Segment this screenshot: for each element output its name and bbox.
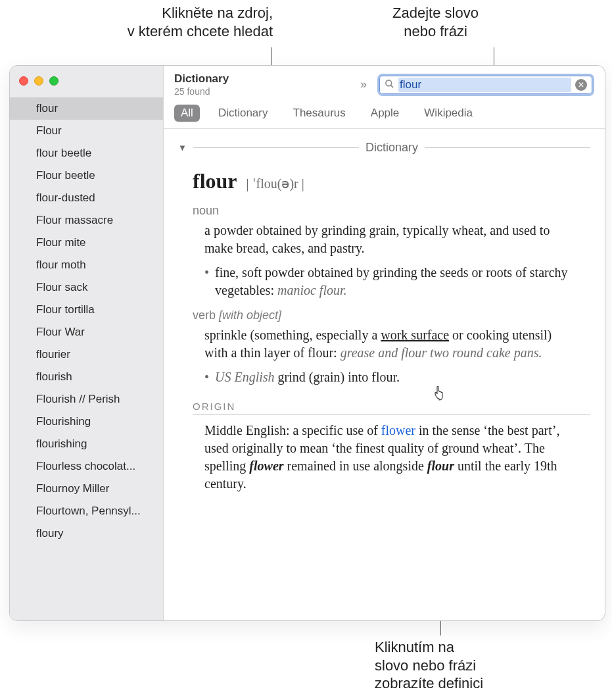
callout-source-l2: v kterém chcete hledat [128, 23, 273, 39]
sidebar-item[interactable]: Flour mite [10, 232, 163, 254]
subdefinition-noun: fine, soft powder obtained by grinding t… [204, 264, 573, 299]
tab-wikipedia[interactable]: Wikipedia [417, 105, 479, 122]
sidebar: flour Flour flour beetle Flour beetle fl… [10, 66, 164, 620]
callout-define-l2: slovo nebo frázi [375, 657, 476, 674]
tab-apple[interactable]: Apple [364, 105, 406, 122]
sidebar-item[interactable]: flourier [10, 343, 163, 366]
sidebar-item[interactable]: flour moth [10, 254, 163, 276]
sidebar-item[interactable]: Flour sack [10, 276, 163, 299]
part-of-speech-verb: verb [with object] [193, 309, 590, 322]
definition-verb: sprinkle (something, especially a work s… [204, 326, 573, 362]
tab-all[interactable]: All [174, 105, 200, 122]
sidebar-item[interactable]: flourish [10, 366, 163, 388]
overflow-icon[interactable]: » [358, 78, 369, 91]
toolbar-title-block: Dictionary 25 found [174, 72, 229, 97]
toolbar: Dictionary 25 found » ✕ [164, 66, 605, 99]
search-input[interactable] [398, 78, 571, 92]
callout-search-l2: nebo frázi [404, 23, 467, 39]
clear-icon[interactable]: ✕ [575, 79, 587, 91]
window-title: Dictionary [174, 72, 229, 86]
callout-define-l3: zobrazíte definici [375, 675, 483, 691]
section-title: Dictionary [365, 141, 418, 155]
example-verb: grease and flour two round cake pans. [341, 345, 542, 360]
svg-point-0 [386, 80, 392, 86]
callout-line [494, 47, 494, 67]
part-of-speech-noun: noun [193, 204, 590, 218]
sidebar-item[interactable]: Flour War [10, 321, 163, 343]
sidebar-item[interactable]: floury [10, 522, 163, 545]
headword: flour [193, 169, 237, 193]
sidebar-item[interactable]: Flourless chocolat... [10, 455, 163, 478]
definition-noun: a powder obtained by grinding grain, typ… [204, 222, 573, 257]
callout-source: Klikněte na zdroj, v kterém chcete hleda… [13, 4, 273, 40]
example-noun: manioc flour. [277, 283, 347, 297]
entry-heading: flour | ˈflou(ə)r | [193, 169, 590, 193]
dictionary-window: flour Flour flour beetle Flour beetle fl… [9, 65, 605, 621]
origin-text: Middle English: a specific use of flower… [204, 422, 573, 493]
definition-content: ▼ Dictionary flour | ˈflou(ə)r | noun a … [164, 129, 605, 620]
pronunciation: | ˈflou(ə)r | [247, 176, 304, 191]
tab-dictionary[interactable]: Dictionary [212, 105, 275, 122]
sidebar-item[interactable]: Flourish // Perish [10, 388, 163, 411]
sidebar-item[interactable]: Flour tortilla [10, 299, 163, 321]
result-count: 25 found [174, 86, 229, 97]
sidebar-item[interactable]: flour-dusted [10, 187, 163, 209]
callout-search: Zadejte slovo nebo frázi [368, 4, 503, 40]
close-icon[interactable] [19, 76, 28, 86]
main-pane: Dictionary 25 found » ✕ All Dictionary T… [164, 66, 605, 620]
sidebar-item[interactable]: flour [10, 97, 163, 120]
origin-label: ORIGIN [193, 401, 590, 412]
divider [193, 414, 590, 415]
sidebar-item[interactable]: Flour [10, 120, 163, 142]
search-icon [385, 79, 394, 91]
sidebar-item[interactable]: Flour massacre [10, 209, 163, 232]
sidebar-item[interactable]: flour beetle [10, 142, 163, 164]
subdefinition-verb: US English grind (grain) into flour. [204, 368, 573, 386]
source-tabs: All Dictionary Thesaurus Apple Wikipedia [164, 99, 605, 129]
sidebar-item[interactable]: Flournoy Miller [10, 478, 163, 500]
disclosure-triangle-icon[interactable]: ▼ [178, 143, 187, 153]
callout-define: Kliknutím na slovo nebo frázi zobrazíte … [375, 638, 598, 693]
callout-source-l1: Klikněte na zdroj, [162, 5, 273, 21]
sidebar-item[interactable]: flourishing [10, 433, 163, 455]
section-header[interactable]: ▼ Dictionary [178, 141, 590, 155]
sidebar-item[interactable]: Flourtown, Pennsyl... [10, 500, 163, 522]
maximize-icon[interactable] [49, 76, 59, 86]
callout-define-l1: Kliknutím na [375, 639, 454, 655]
linked-phrase[interactable]: work surface [381, 328, 449, 342]
callout-search-l1: Zadejte slovo [392, 5, 479, 21]
window-controls [10, 66, 163, 92]
origin-link[interactable]: flower [381, 423, 415, 438]
minimize-icon[interactable] [34, 76, 43, 86]
tab-thesaurus[interactable]: Thesaurus [287, 105, 352, 122]
svg-line-1 [390, 85, 393, 88]
search-field[interactable]: ✕ [377, 74, 594, 96]
sidebar-item[interactable]: Flour beetle [10, 164, 163, 187]
sidebar-item[interactable]: Flourishing [10, 411, 163, 433]
sidebar-list: flour Flour flour beetle Flour beetle fl… [10, 92, 163, 620]
